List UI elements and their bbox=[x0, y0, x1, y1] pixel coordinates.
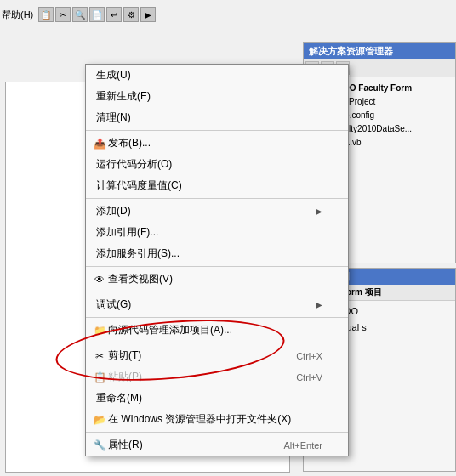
menu-label-add-service: 添加服务引用(S)... bbox=[96, 246, 322, 261]
menu-label-calc-metrics: 计算代码度量值(C) bbox=[96, 178, 322, 193]
menu-label-run-analysis: 运行代码分析(O) bbox=[96, 157, 322, 172]
toolbar-icon-7[interactable]: ▶ bbox=[140, 7, 156, 22]
debug-arrow: ▶ bbox=[316, 300, 322, 309]
cut-icon: ✂ bbox=[93, 349, 106, 363]
menu-item-publish[interactable]: 📤 发布(B)... bbox=[86, 133, 348, 154]
separator-4 bbox=[86, 292, 348, 292]
source-icon: 📁 bbox=[93, 324, 106, 337]
menu-help: 帮助(H) bbox=[2, 8, 37, 21]
menu-item-add-ref[interactable]: 添加引用(F)... bbox=[86, 222, 348, 243]
menu-item-add-service[interactable]: 添加服务引用(S)... bbox=[86, 243, 348, 264]
menu-item-rename[interactable]: 重命名(M) bbox=[86, 388, 348, 409]
toolbar-icon-1[interactable]: 📋 bbox=[38, 7, 54, 22]
menu-item-calc-metrics[interactable]: 计算代码度量值(C) bbox=[86, 175, 348, 196]
menu-label-paste: 粘贴(P) bbox=[96, 370, 279, 384]
toolbar-icons: 帮助(H) 📋 ✂ 🔍 📄 ↩ ⚙ ▶ bbox=[0, 3, 456, 26]
add-arrow: ▶ bbox=[316, 207, 322, 216]
menu-item-properties[interactable]: 🔧 属性(R) Alt+Enter bbox=[86, 434, 348, 456]
menu-label-rebuild: 重新生成(E) bbox=[96, 89, 322, 104]
menu-item-cut[interactable]: ✂ 剪切(T) Ctrl+X bbox=[86, 345, 348, 366]
separator-3 bbox=[86, 266, 348, 267]
menu-label-open-folder: 在 Windows 资源管理器中打开文件夹(X) bbox=[96, 412, 322, 427]
cut-shortcut: Ctrl+X bbox=[296, 351, 322, 361]
solution-explorer-title-text: 解决方案资源管理器 bbox=[309, 46, 393, 56]
menu-item-debug[interactable]: 调试(G) ▶ bbox=[86, 294, 348, 315]
toolbar-icon-2[interactable]: ✂ bbox=[55, 7, 71, 22]
folder-icon: 📂 bbox=[93, 413, 106, 427]
menu-item-run-analysis[interactable]: 运行代码分析(O) bbox=[86, 154, 348, 175]
menu-label-properties: 属性(R) bbox=[96, 438, 266, 452]
separator-2 bbox=[86, 198, 348, 199]
menu-label-rename: 重命名(M) bbox=[96, 391, 322, 405]
menu-label-debug: 调试(G) bbox=[96, 298, 316, 312]
toolbar-icon-6[interactable]: ⚙ bbox=[123, 7, 139, 22]
menu-item-open-folder[interactable]: 📂 在 Windows 资源管理器中打开文件夹(X) bbox=[86, 409, 348, 430]
separator-5 bbox=[86, 317, 348, 318]
menu-item-paste[interactable]: 📋 粘贴(P) Ctrl+V bbox=[86, 366, 348, 388]
paste-icon: 📋 bbox=[93, 371, 106, 384]
publish-icon: 📤 bbox=[93, 137, 106, 150]
view-icon: 👁 bbox=[93, 273, 106, 286]
separator-1 bbox=[86, 130, 348, 131]
menu-item-build[interactable]: 生成(U) bbox=[86, 65, 348, 86]
menu-label-add: 添加(D) bbox=[96, 204, 316, 218]
menu-item-add-source[interactable]: 📁 向源代码管理添加项目(A)... bbox=[86, 320, 348, 341]
menu-label-clean: 清理(N) bbox=[96, 110, 322, 125]
menu-label-add-ref: 添加引用(F)... bbox=[96, 225, 322, 240]
menu-item-clean[interactable]: 清理(N) bbox=[86, 107, 348, 128]
menu-label-publish: 发布(B)... bbox=[96, 136, 322, 150]
menu-item-rebuild[interactable]: 重新生成(E) bbox=[86, 86, 348, 107]
separator-7 bbox=[86, 432, 348, 433]
toolbar-icon-4[interactable]: 📄 bbox=[89, 7, 105, 22]
properties-shortcut: Alt+Enter bbox=[283, 440, 322, 450]
paste-shortcut: Ctrl+V bbox=[296, 372, 322, 382]
menu-item-add[interactable]: 添加(D) ▶ bbox=[86, 201, 348, 222]
context-menu: 生成(U) 重新生成(E) 清理(N) 📤 发布(B)... 运行代码分析(O)… bbox=[85, 64, 349, 456]
toolbar-area: 帮助(H) 📋 ✂ 🔍 📄 ↩ ⚙ ▶ bbox=[0, 0, 456, 42]
menu-item-view-class[interactable]: 👁 查看类视图(V) bbox=[86, 269, 348, 290]
solution-explorer-title: 解决方案资源管理器 bbox=[304, 43, 455, 60]
menu-label-build: 生成(U) bbox=[96, 68, 322, 82]
properties-icon: 🔧 bbox=[93, 439, 106, 452]
menu-label-add-source: 向源代码管理添加项目(A)... bbox=[96, 323, 322, 337]
separator-6 bbox=[86, 343, 348, 343]
toolbar-icon-3[interactable]: 🔍 bbox=[72, 7, 88, 22]
toolbar-icon-5[interactable]: ↩ bbox=[106, 7, 122, 22]
menu-label-cut: 剪切(T) bbox=[96, 348, 279, 363]
menu-label-view-class: 查看类视图(V) bbox=[96, 272, 322, 286]
